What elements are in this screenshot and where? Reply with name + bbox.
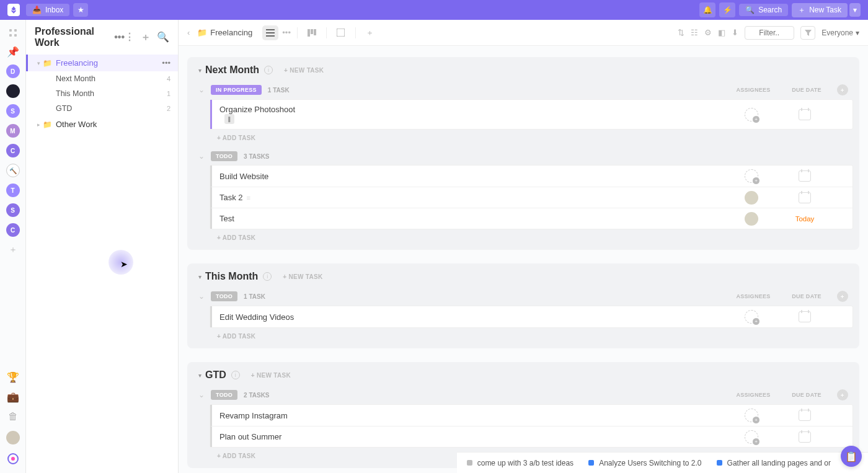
due-date-button[interactable]	[799, 109, 811, 120]
collapse-status-icon[interactable]: ⌄	[198, 292, 205, 301]
show-icon[interactable]: ◧	[718, 28, 725, 37]
space-dot[interactable]: C	[6, 144, 20, 157]
view-options-icon[interactable]: •••	[282, 28, 291, 37]
assign-button[interactable]: +	[745, 310, 758, 324]
space-dot[interactable]: D	[6, 64, 20, 78]
user-avatar[interactable]	[6, 431, 20, 444]
trash-icon[interactable]: 🗑	[7, 411, 19, 422]
collapse-icon[interactable]: ▾	[198, 372, 202, 379]
app-logo[interactable]	[7, 4, 20, 16]
svg-rect-6	[266, 29, 275, 30]
info-icon[interactable]: i	[263, 272, 272, 281]
folder-more-icon[interactable]: •••	[162, 58, 170, 68]
assign-button[interactable]: +	[745, 108, 758, 122]
subtasks-icon[interactable]: ☷	[691, 28, 698, 37]
due-date-button[interactable]	[799, 410, 811, 421]
help-icon[interactable]	[7, 453, 19, 464]
collapse-icon[interactable]: ▾	[198, 273, 202, 280]
apps-icon[interactable]	[7, 27, 19, 38]
due-date-button[interactable]	[799, 192, 811, 203]
inbox-button[interactable]: 📥 Inbox	[26, 4, 69, 16]
space-dot[interactable]: S	[6, 104, 20, 118]
task-row[interactable]: Build Website +	[210, 166, 852, 187]
settings-icon[interactable]: ⚙	[704, 28, 712, 37]
notepad-fab[interactable]: 📋	[841, 446, 862, 467]
assign-button[interactable]: +	[745, 409, 758, 422]
task-row[interactable]: Edit Wedding Videos +	[210, 306, 852, 327]
workspace-menu-icon[interactable]: ⋮	[125, 31, 135, 44]
task-row[interactable]: Test Today	[210, 208, 852, 229]
trophy-icon[interactable]: 🏆	[7, 371, 19, 382]
briefcase-icon[interactable]: 💼	[7, 391, 19, 402]
add-task-link[interactable]: + ADD TASK	[217, 130, 853, 146]
due-date-text[interactable]: Today	[795, 215, 815, 223]
assignee-avatar[interactable]	[745, 212, 758, 226]
new-task-link[interactable]: + NEW TASK	[251, 372, 291, 379]
info-icon[interactable]: i	[231, 371, 240, 379]
collapse-status-icon[interactable]: ⌄	[198, 391, 205, 399]
quick-action-button[interactable]: ⚡	[719, 2, 735, 17]
task-row[interactable]: Task 2≡	[210, 187, 852, 208]
filter-button[interactable]	[800, 26, 815, 40]
breadcrumb-folder[interactable]: Freelancing	[210, 28, 252, 37]
task-row[interactable]: Organize Photoshoot❚ +	[210, 100, 852, 129]
due-date-button[interactable]	[799, 170, 811, 182]
info-icon[interactable]: i	[264, 66, 273, 74]
folder-other-work[interactable]: ▸ 📁 Other Work	[26, 116, 178, 133]
folder-freelancing[interactable]: ▾ 📁 Freelancing •••	[26, 55, 178, 71]
workspace-add-icon[interactable]: ＋	[141, 31, 151, 44]
new-task-link[interactable]: + NEW TASK	[283, 273, 322, 280]
view-list[interactable]	[262, 25, 278, 40]
status-badge[interactable]: TODO	[211, 390, 237, 400]
notifications-button[interactable]: 🔔	[699, 2, 715, 17]
add-column-button[interactable]: ＋	[837, 389, 848, 400]
status-badge[interactable]: IN PROGRESS	[211, 85, 262, 95]
workspace-search-icon[interactable]: 🔍	[157, 31, 169, 44]
download-icon[interactable]: ⬇	[732, 28, 738, 37]
space-dot[interactable]: M	[6, 124, 20, 138]
due-date-cell	[778, 170, 831, 182]
workspace-more-icon[interactable]: •••	[114, 32, 125, 43]
due-date-button[interactable]	[799, 431, 811, 443]
search-button[interactable]: 🔍 Search	[739, 4, 788, 16]
tray-task[interactable]: Analyze Users Switching to 2.0	[588, 459, 701, 467]
new-task-dropdown[interactable]: ▾	[849, 3, 861, 17]
sort-icon[interactable]: ⇅	[678, 28, 684, 37]
space-dot[interactable]: C	[6, 223, 20, 237]
tray-task[interactable]: come up with 3 a/b test ideas	[467, 459, 574, 467]
collapse-status-icon[interactable]: ⌄	[198, 152, 205, 161]
add-space-button[interactable]: ＋	[9, 244, 17, 255]
space-dot[interactable]: T	[6, 183, 20, 197]
space-dot[interactable]: S	[6, 203, 20, 217]
new-task-button[interactable]: ＋ New Task	[792, 3, 848, 17]
assign-button[interactable]: +	[745, 430, 758, 444]
pin-icon[interactable]: 📌	[7, 46, 19, 57]
sidebar-list-item[interactable]: Next Month4	[26, 71, 178, 86]
back-button[interactable]: ‹	[187, 28, 190, 37]
due-date-button[interactable]	[799, 311, 811, 322]
new-task-link[interactable]: + NEW TASK	[284, 67, 324, 74]
favorites-button[interactable]: ★	[73, 3, 88, 17]
add-task-link[interactable]: + ADD TASK	[217, 229, 853, 246]
collapse-icon[interactable]: ▾	[198, 67, 202, 74]
view-board[interactable]	[304, 25, 320, 40]
assignee-avatar[interactable]	[745, 191, 758, 205]
add-column-button[interactable]: ＋	[837, 84, 848, 95]
add-column-button[interactable]: ＋	[837, 291, 848, 302]
status-badge[interactable]: TODO	[211, 151, 237, 161]
view-add[interactable]: ＋	[362, 25, 378, 40]
status-badge[interactable]: TODO	[211, 291, 237, 301]
task-row[interactable]: Revamp Instagram +	[210, 405, 852, 426]
filter-input[interactable]	[745, 26, 794, 40]
sidebar-list-item[interactable]: This Month1	[26, 86, 178, 101]
task-row[interactable]: Plan out Summer +	[210, 426, 852, 447]
view-box[interactable]	[333, 25, 349, 40]
collapse-status-icon[interactable]: ⌄	[198, 86, 205, 94]
assign-button[interactable]: +	[745, 169, 758, 183]
tray-task[interactable]: Gather all landing pages and or	[717, 459, 831, 467]
space-dot[interactable]: 🔨	[6, 164, 20, 177]
add-task-link[interactable]: + ADD TASK	[217, 328, 853, 345]
sidebar-list-item[interactable]: GTD2	[26, 101, 178, 116]
space-dot[interactable]	[6, 84, 20, 98]
assignee-filter[interactable]: Everyone ▾	[822, 29, 859, 37]
